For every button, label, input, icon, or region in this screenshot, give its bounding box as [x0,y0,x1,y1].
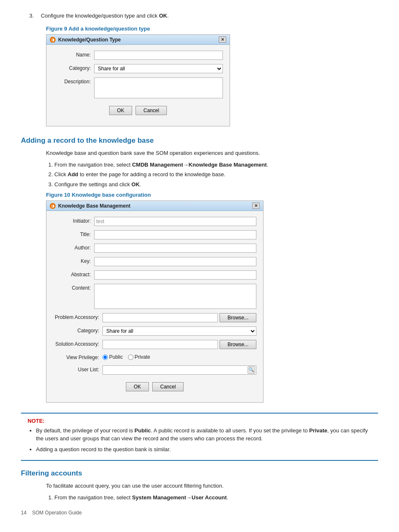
note-box: NOTE: By default, the privilege of your … [21,413,378,461]
dialog10-title-label: Title: [53,230,91,237]
dialog10-title-input[interactable] [94,230,256,239]
dialog10-author-row: Author: [53,244,256,253]
dialog10-problem-row: Problem Accessory: Browse... [53,313,256,322]
note-item-1: By default, the privilege of your record… [36,427,371,443]
dialog9-description-row: Description: [53,77,223,98]
dialog10-solution-input[interactable] [102,340,218,349]
dialog10-author-input[interactable] [94,244,256,253]
dialog10-ok-button[interactable]: OK [126,382,149,391]
dialog10-title-row: Title: [53,230,256,239]
dialog10-category-row: Category: Share for all [53,326,256,336]
dialog9-category-row: Category: Share for all [53,64,223,73]
dialog10-key-label: Key: [53,257,91,264]
dialog9-name-label: Name: [53,51,91,58]
dialog10-author-label: Author: [53,244,91,251]
dialog10-abstract-row: Abstract: [53,270,256,280]
dialog10-abstract-input[interactable] [94,270,256,280]
radio-private-label[interactable]: Private [128,354,150,360]
dialog10-solution-row: Solution Accessory: Browse... [53,340,256,349]
section-adding-heading: Adding a record to the knowledge base [21,136,378,145]
dialog10-titlebar: ◑ Knowledge Base Management ✕ [46,201,263,211]
dialog10-userlist-label: User List: [53,365,99,373]
dialog9-category-label: Category: [53,64,91,71]
dialog10-problem-input[interactable] [102,313,218,322]
dialog10-solution-browse-group: Browse... [102,340,256,349]
dialog10-browse1-button[interactable]: Browse... [220,313,256,322]
dialog10-category-select[interactable]: Share for all [102,326,256,336]
note-item-2: Adding a question record to the question… [36,445,371,454]
dialog9-buttons: OK Cancel [53,103,223,120]
dialog9-body: Name: Category: Share for all Descriptio… [46,45,230,126]
dialog10-content-label: Content: [53,284,91,291]
dialog10-initiator-input[interactable] [94,217,256,226]
figure10-label: Figure 10 Knowledge base configuration [46,192,378,198]
dialog10-problem-browse-group: Browse... [102,313,256,322]
page-footer: 14 SOM Operation Guide [21,510,378,516]
note-list: By default, the privilege of your record… [36,427,371,454]
dialog9-ok-button[interactable]: OK [109,106,132,115]
note-title: NOTE: [28,418,371,424]
dialog10-key-input[interactable] [94,257,256,266]
adding-steps-list: From the navigation tree, select CMDB Ma… [54,161,378,189]
dialog10-body: Initiator: Title: Author: Key: Abstract:… [46,211,263,402]
step3-text: 3. Configure the knowledge/question type… [29,13,378,19]
dialog10-content-textarea[interactable] [94,284,256,309]
dialog9-category-select[interactable]: Share for all [94,64,223,73]
search-icon[interactable]: 🔍 [248,366,255,374]
figure10-dialog: ◑ Knowledge Base Management ✕ Initiator:… [46,200,263,403]
dialog10-cancel-button[interactable]: Cancel [152,382,184,391]
dialog10-initiator-row: Initiator: [53,217,256,226]
dialog9-description-textarea[interactable] [94,77,223,98]
dialog9-title: Knowledge/Question Type [58,37,121,43]
section-filtering-heading: Filtering accounts [21,469,378,478]
dialog10-icon: ◑ [50,203,56,209]
dialog9-titlebar: ◑ Knowledge/Question Type ✕ [46,35,230,45]
dialog10-privilege-label: View Privilege: [53,353,99,361]
dialog10-userlist-row: User List: 🔍 [53,365,256,375]
dialog9-icon: ◑ [50,37,56,43]
dialog10-browse2-button[interactable]: Browse... [220,340,256,349]
dialog10-abstract-label: Abstract: [53,270,91,278]
adding-step3: Configure the settings and click OK. [54,180,378,189]
dialog9-close-button[interactable]: ✕ [219,36,226,43]
dialog10-problem-label: Problem Accessory: [53,313,99,321]
figure9-label: Figure 9 Add a knowledge/question type [46,26,378,32]
dialog9-name-input[interactable] [94,51,223,60]
adding-step1: From the navigation tree, select CMDB Ma… [54,161,378,169]
filtering-step1: From the navigation tree, select System … [54,493,378,502]
dialog10-initiator-label: Initiator: [53,217,91,224]
radio-public-label[interactable]: Public [102,354,123,360]
filtering-steps-list: From the navigation tree, select System … [54,493,378,502]
section-adding-intro: Knowledge base and question bank save th… [46,149,378,157]
dialog9-name-row: Name: [53,51,223,60]
radio-public-input[interactable] [102,355,108,360]
dialog10-title: Knowledge Base Management [58,203,130,209]
dialog10-userlist-input[interactable] [104,366,248,374]
dialog9-description-label: Description: [53,77,91,85]
dialog10-category-label: Category: [53,326,99,334]
dialog10-close-button[interactable]: ✕ [252,203,260,209]
dialog10-privilege-row: View Privilege: Public Private [53,353,256,361]
dialog10-content-row: Content: [53,284,256,309]
dialog10-solution-label: Solution Accessory: [53,340,99,348]
dialog10-privilege-radios: Public Private [102,353,150,360]
dialog10-buttons: OK Cancel [53,379,256,396]
section-filtering-intro: To facilitate account query, you can use… [46,482,378,490]
adding-step2: Click Add to enter the page for adding a… [54,170,378,179]
dialog10-key-row: Key: [53,257,256,266]
dialog10-userlist-search[interactable]: 🔍 [102,365,256,375]
step-number: 3. [29,13,39,19]
radio-private-input[interactable] [128,355,133,360]
figure9-dialog: ◑ Knowledge/Question Type ✕ Name: Catego… [46,34,230,126]
dialog9-cancel-button[interactable]: Cancel [136,106,167,115]
